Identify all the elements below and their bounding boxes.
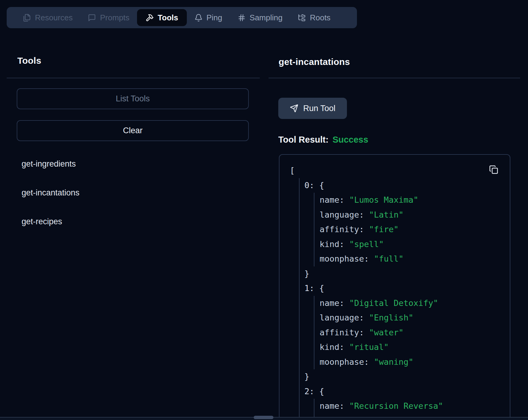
json-tree: [0: {name: "Lumos Maxima"language: "Lati… <box>279 155 510 420</box>
json-item-index-line[interactable]: 1: { <box>304 281 510 296</box>
json-field-line: moonphase: "waning" <box>320 355 510 370</box>
tool-list-item-get-recipes[interactable]: get-recipes <box>22 213 62 230</box>
run-tool-button[interactable]: Run Tool <box>278 98 347 119</box>
tab-resources[interactable]: Resources <box>15 7 80 28</box>
json-field-line: kind: "spell" <box>320 237 510 252</box>
json-field-line: language: "English" <box>320 310 510 325</box>
tool-result-line: Tool Result: Success <box>278 134 368 145</box>
tool-result-label: Tool Result: <box>278 134 328 145</box>
json-field-line: moonphase: "full" <box>320 252 510 266</box>
tool-result-status-badge: Success <box>332 134 368 145</box>
files-icon <box>23 14 31 22</box>
left-panel-title: Tools <box>17 55 41 66</box>
panel-resize-handle[interactable] <box>254 416 273 419</box>
tab-roots[interactable]: Roots <box>290 7 338 28</box>
tab-prompts[interactable]: Prompts <box>80 7 137 28</box>
json-close-brace: } <box>304 266 510 281</box>
list-tools-button[interactable]: List Tools <box>17 88 249 109</box>
json-field-line: name: "Recursion Reversa" <box>320 399 510 414</box>
tab-label: Tools <box>158 13 178 22</box>
tab-tools[interactable]: Tools <box>137 9 187 26</box>
right-panel-divider <box>269 78 520 78</box>
json-field-line: kind: "ritual" <box>320 340 510 355</box>
send-icon <box>290 104 298 113</box>
json-field-line: affinity: "fire" <box>320 222 510 237</box>
tab-label: Roots <box>310 13 331 22</box>
json-field-line: language: "Latin" <box>320 208 510 222</box>
folder-tree-icon <box>298 14 306 22</box>
json-close-brace: } <box>304 369 510 384</box>
json-array-children: 0: {name: "Lumos Maxima"language: "Latin… <box>299 178 510 420</box>
left-panel-divider <box>7 78 260 78</box>
tab-label: Resources <box>35 13 73 22</box>
tab-label: Prompts <box>100 13 129 22</box>
copy-icon <box>489 165 499 174</box>
copy-icon-button[interactable] <box>489 164 499 175</box>
json-item-index-line[interactable]: 0: { <box>304 178 510 193</box>
tool-list-item-get-ingredients[interactable]: get-ingredients <box>22 155 76 172</box>
tool-result-json-viewer: [0: {name: "Lumos Maxima"language: "Lati… <box>279 154 510 420</box>
json-field-line: name: "Lumos Maxima" <box>320 193 510 208</box>
tab-label: Sampling <box>250 13 283 22</box>
json-open-bracket: [ <box>290 163 510 178</box>
json-item-index-line[interactable]: 2: { <box>304 384 510 399</box>
clear-button[interactable]: Clear <box>17 120 249 141</box>
tab-label: Ping <box>207 13 222 22</box>
hash-icon <box>238 14 246 22</box>
run-tool-label: Run Tool <box>303 104 335 113</box>
tool-list-item-get-incantations[interactable]: get-incantations <box>22 184 80 201</box>
tab-ping[interactable]: Ping <box>187 7 230 28</box>
message-square-icon <box>88 14 96 22</box>
selected-tool-title: get-incantations <box>279 56 350 67</box>
json-object-children: name: "Digital Detoxify"language: "Engli… <box>314 296 510 370</box>
json-field-line: affinity: "water" <box>320 325 510 340</box>
json-field-line: name: "Digital Detoxify" <box>320 296 510 311</box>
json-object-children: name: "Lumos Maxima"language: "Latin"aff… <box>314 193 510 266</box>
bell-icon <box>194 14 203 22</box>
hammer-icon <box>146 14 154 22</box>
tab-bar: Resources Prompts Tools Ping Sampling <box>7 7 357 28</box>
tab-sampling[interactable]: Sampling <box>230 7 290 28</box>
mcp-inspector-screen: Resources Prompts Tools Ping Sampling <box>0 0 528 420</box>
